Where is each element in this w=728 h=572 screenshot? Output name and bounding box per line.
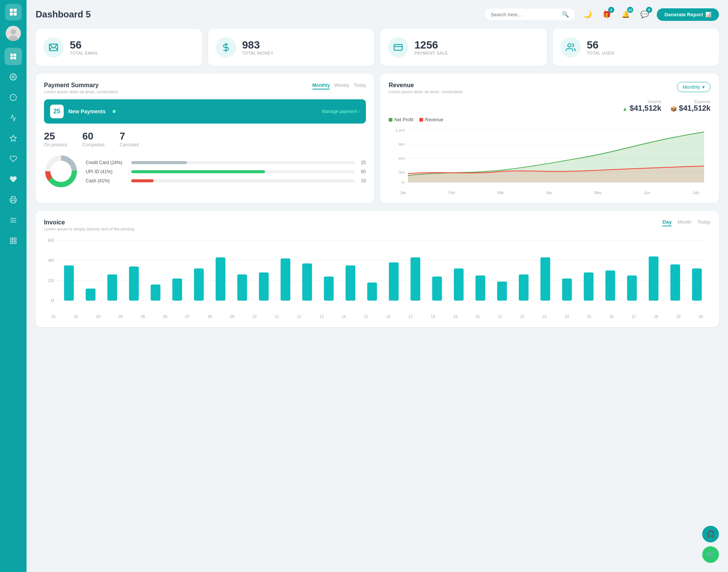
bar-16[interactable] [389,262,399,301]
bar-04[interactable] [129,266,139,301]
bar-28[interactable] [649,256,659,301]
bar-07[interactable] [194,268,204,301]
bar-05[interactable] [151,285,160,301]
bar-24[interactable] [562,279,572,301]
cash-value: 10 [358,178,366,183]
gift-button[interactable]: 🎁 2 [600,8,613,21]
bell-button[interactable]: 🔔 12 [619,8,632,21]
search-box[interactable]: 🔍 [484,8,576,21]
invoice-tab-day[interactable]: Day [662,219,672,226]
bar-10[interactable] [259,273,269,301]
invoice-chart-svg: 60 40 20 0 [44,237,711,312]
sidebar [0,0,27,572]
income-label: Income [622,99,661,104]
svg-text:60: 60 [48,238,54,243]
cart-fab[interactable]: 🛒 [702,546,719,563]
theme-toggle[interactable]: 🌙 [581,8,595,21]
donut-chart [44,154,78,190]
upi-label: UPI ID (41%) [86,169,127,174]
sidebar-item-info[interactable] [5,89,22,106]
bar-22[interactable] [519,274,529,301]
net-profit-dot [389,118,392,122]
bar-02[interactable] [86,288,96,301]
svg-rect-28 [394,44,402,50]
income-arrow-icon: ▲ [622,106,628,112]
svg-rect-3 [14,13,17,16]
svg-rect-0 [10,9,13,12]
x-label-25: 25 [587,315,591,319]
gift-badge: 2 [608,7,614,13]
header: Dashboard 5 🔍 🌙 🎁 2 🔔 12 💬 5 Gen [36,8,719,21]
bar-26[interactable] [606,271,615,301]
fab-container: 🎧 🛒 [702,526,719,563]
user-avatar[interactable] [6,26,21,41]
tab-monthly[interactable]: Monthly [312,82,330,89]
payment-bottom: Credit Card (24%) 25 UPI ID (41%) 60 [44,154,366,190]
x-label-28: 28 [654,315,658,319]
bar-15[interactable] [367,282,377,301]
payment-icon [388,37,408,58]
x-label-jan: Jan [400,191,406,195]
x-label-23: 23 [543,315,547,319]
search-icon: 🔍 [562,11,569,18]
upi-bar-fill [131,170,265,173]
stat-completed: 60 Completed [82,130,104,147]
revenue-monthly-dropdown[interactable]: Monthly ▾ [677,82,711,92]
svg-rect-22 [11,241,13,244]
bar-23[interactable] [540,257,550,301]
bar-19[interactable] [454,268,464,301]
bar-20[interactable] [475,276,485,301]
svg-point-30 [568,44,571,47]
bar-06[interactable] [173,279,182,301]
tab-today[interactable]: Today [354,82,366,89]
x-label-jun: Jun [644,191,650,195]
invoice-tab-today[interactable]: Today [697,219,711,226]
sidebar-item-dashboard[interactable] [5,48,22,65]
invoice-tab-month[interactable]: Month [678,219,691,226]
bar-17[interactable] [411,257,420,301]
x-label-04: 04 [119,315,123,319]
search-input[interactable] [491,12,559,17]
progress-upi: UPI ID (41%) 60 [86,169,366,174]
manage-payment-link[interactable]: Manage payment › [322,109,360,114]
income-item: Income ▲ $41,512k [622,99,661,113]
canceled-label: Canceled [119,142,139,147]
cash-bar-fill [131,179,154,182]
bar-08[interactable] [216,257,226,301]
bar-11[interactable] [281,259,290,301]
sidebar-item-chart[interactable] [5,109,22,127]
bar-14[interactable] [345,265,355,301]
bar-12[interactable] [302,263,312,301]
sidebar-item-settings[interactable] [5,68,22,86]
invoice-title: Invoice [44,219,134,226]
generate-report-button[interactable]: Generate Report 📊 [657,8,719,21]
bar-21[interactable] [497,282,507,301]
revenue-card: Revenue Lorem ipsum dolor sit amet, cons… [380,74,719,203]
bar-13[interactable] [324,276,334,301]
svg-point-11 [13,76,14,78]
bar-03[interactable] [107,274,117,301]
bar-27[interactable] [627,276,637,301]
bar-30[interactable] [692,268,702,301]
sidebar-item-menu[interactable] [5,212,22,229]
x-label-29: 29 [676,315,681,319]
sidebar-logo[interactable] [5,4,22,20]
progress-bars: Credit Card (24%) 25 UPI ID (41%) 60 [86,160,366,187]
svg-rect-23 [14,241,16,244]
tab-weekly[interactable]: Weekly [334,82,349,89]
chat-button[interactable]: 💬 5 [638,8,651,21]
bar-18[interactable] [432,276,442,301]
sidebar-item-list[interactable] [5,232,22,249]
sidebar-item-star[interactable] [5,130,22,147]
bar-09[interactable] [237,274,247,301]
sidebar-item-heart[interactable] [5,150,22,168]
on-process-count: 25 [44,130,67,142]
income-value: ▲ $41,512k [622,104,661,113]
support-fab[interactable]: 🎧 [702,526,719,542]
sidebar-item-heart2[interactable] [5,171,22,188]
bar-25[interactable] [584,273,594,301]
stat-canceled: 7 Canceled [119,130,139,147]
sidebar-item-print[interactable] [5,191,22,208]
bar-01[interactable] [64,265,74,301]
bar-29[interactable] [670,265,680,301]
